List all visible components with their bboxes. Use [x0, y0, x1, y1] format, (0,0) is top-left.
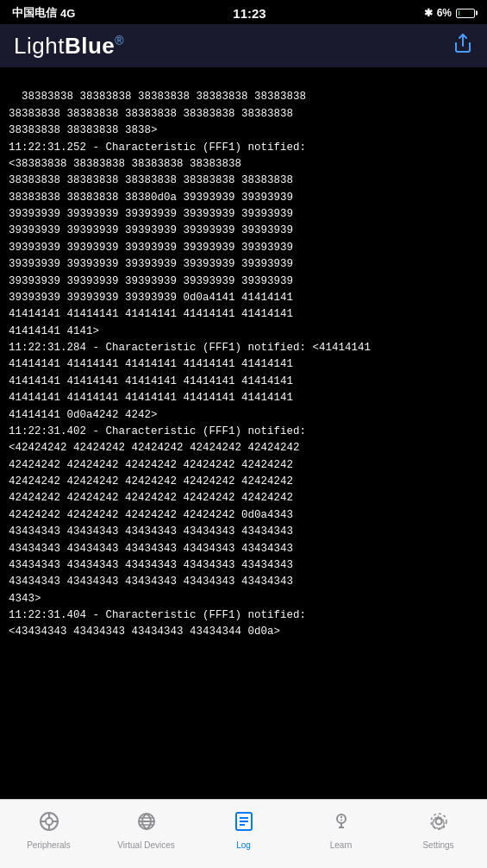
app-header: LightBlue®: [0, 24, 487, 67]
share-button[interactable]: [453, 33, 473, 59]
tab-peripherals[interactable]: Peripherals: [0, 800, 97, 859]
battery-icon: [456, 9, 475, 18]
log-text: 38383838 38383838 38383838 38383838 3838…: [9, 91, 371, 638]
tab-settings[interactable]: Settings: [390, 800, 487, 859]
tab-virtual-devices[interactable]: Virtual Devices: [97, 800, 195, 859]
title-light: Light: [14, 33, 65, 59]
svg-point-15: [337, 815, 346, 823]
virtual-devices-icon: [135, 810, 158, 838]
bluetooth-icon: ✱: [424, 7, 433, 19]
tab-peripherals-label: Peripherals: [27, 840, 71, 850]
log-content: 38383838 38383838 38383838 38383838 3838…: [0, 67, 487, 799]
svg-point-20: [435, 818, 441, 824]
learn-icon: [330, 810, 353, 838]
tab-virtual-devices-label: Virtual Devices: [117, 840, 175, 850]
status-right: ✱ 6%: [424, 7, 475, 19]
network-label: 4G: [60, 7, 75, 20]
title-bold: Blue: [65, 33, 115, 59]
tab-bar: Peripherals Virtual Devices Log: [0, 799, 487, 868]
status-time: 11:23: [233, 6, 265, 21]
app-title: LightBlue®: [14, 33, 124, 60]
battery-percent: 6%: [437, 7, 452, 19]
tab-settings-label: Settings: [422, 840, 453, 850]
peripherals-icon: [38, 810, 60, 838]
tab-log-label: Log: [236, 840, 251, 850]
carrier-label: 中国电信: [12, 5, 57, 21]
log-icon: [233, 810, 255, 838]
settings-icon: [428, 810, 450, 838]
tab-learn[interactable]: Learn: [292, 800, 390, 859]
battery-fill: [459, 10, 459, 16]
svg-point-2: [46, 818, 53, 825]
trademark: ®: [115, 34, 124, 47]
status-left: 中国电信 4G: [12, 5, 75, 21]
svg-point-19: [340, 819, 342, 821]
tab-log[interactable]: Log: [195, 800, 292, 859]
status-bar: 中国电信 4G 11:23 ✱ 6%: [0, 0, 487, 24]
tab-learn-label: Learn: [330, 840, 353, 850]
